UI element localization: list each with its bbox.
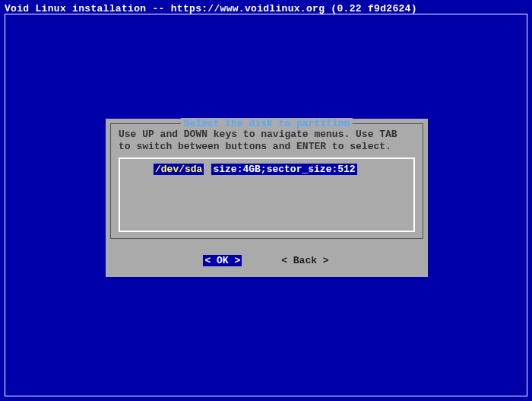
back-button[interactable]: < Back > <box>280 255 330 266</box>
dialog-instructions: Use UP and DOWN keys to navigate menus. … <box>119 129 415 153</box>
disk-listbox[interactable]: /dev/sda size:4GB;sector_size:512 <box>119 158 415 232</box>
disk-info: size:4GB;sector_size:512 <box>211 164 356 175</box>
ok-button[interactable]: < OK > <box>203 255 242 266</box>
partition-dialog: Select the disk to partition Use UP and … <box>106 119 428 277</box>
dialog-border: Select the disk to partition Use UP and … <box>110 123 423 239</box>
list-item[interactable]: /dev/sda size:4GB;sector_size:512 <box>120 164 413 175</box>
window-title: Void Linux installation -- https://www.v… <box>5 3 527 14</box>
button-row: < OK > < Back > <box>106 255 428 266</box>
dialog-title: Select the disk to partition <box>181 118 353 129</box>
disk-device: /dev/sda <box>154 164 204 175</box>
